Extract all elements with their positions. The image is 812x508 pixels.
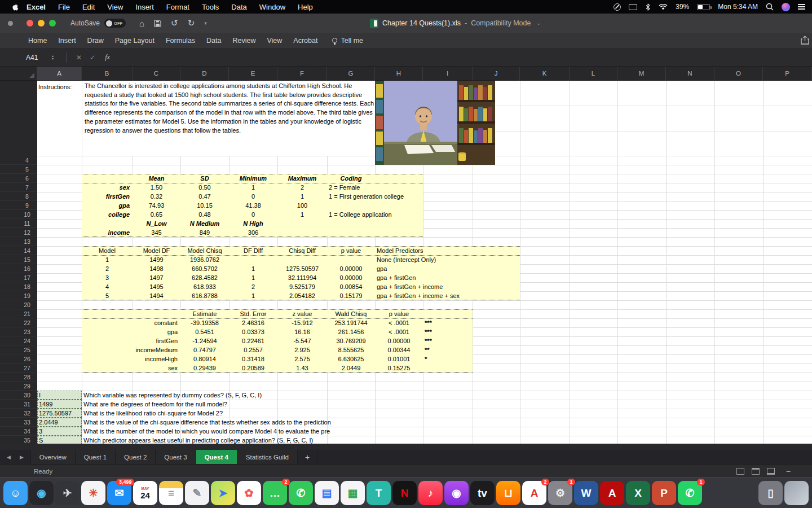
question-text-b30[interactable]: Which variable was represented by dummy … xyxy=(83,391,374,400)
dock-item-finder[interactable]: ☺ xyxy=(3,481,28,505)
dock-item-excel[interactable]: X xyxy=(626,481,650,505)
column-header-G[interactable]: G xyxy=(327,67,375,81)
cell-C18[interactable]: 1495 xyxy=(133,282,180,291)
desc-header-minimum[interactable]: Minimum xyxy=(229,174,277,183)
add-sheet-button[interactable]: + xyxy=(298,450,317,464)
cell-H25[interactable]: 0.00344 xyxy=(375,345,423,354)
cell-H26[interactable]: 0.01001 xyxy=(375,354,423,364)
est-param-incomemedium[interactable]: incomeMedium xyxy=(134,345,178,354)
wifi-icon[interactable] xyxy=(659,4,668,10)
cell-E17[interactable]: 1 xyxy=(229,273,277,282)
desc-var-sex[interactable]: sex xyxy=(83,183,130,192)
control-center-icon[interactable] xyxy=(798,4,805,10)
ribbon-tab-draw[interactable]: Draw xyxy=(82,33,109,48)
cell-H22[interactable]: < .0001 xyxy=(375,318,423,327)
zoom-out-button[interactable]: − xyxy=(786,467,791,476)
dock-item-acrobat[interactable]: A xyxy=(600,481,624,505)
column-header-J[interactable]: J xyxy=(473,67,520,81)
cell-D10[interactable]: 0.48 xyxy=(180,210,229,219)
row-header-23[interactable]: 23 xyxy=(0,327,37,336)
desc-coding-firstgen[interactable]: 1 = First generation college xyxy=(329,192,404,201)
cell-E12[interactable]: 306 xyxy=(229,228,277,237)
ribbon-tab-home[interactable]: Home xyxy=(23,33,52,48)
dock-item-messages[interactable]: …2 xyxy=(263,481,287,505)
cell-E8[interactable]: 0 xyxy=(229,192,277,201)
cell-G22[interactable]: 253.191744 xyxy=(327,318,375,327)
display-mirroring-icon[interactable] xyxy=(629,4,637,10)
name-box[interactable]: A41 xyxy=(26,54,52,62)
minimize-window-button[interactable] xyxy=(38,20,45,27)
redo-icon[interactable]: ↻ xyxy=(188,18,195,28)
cell-D18[interactable]: 618.933 xyxy=(180,282,229,291)
desc-var-gpa[interactable]: gpa xyxy=(83,201,130,210)
row-header-4[interactable]: 4 xyxy=(0,156,37,165)
row-header-33[interactable]: 33 xyxy=(0,418,37,427)
desc-income-header-1[interactable]: N Medium xyxy=(180,219,229,228)
cell-F24[interactable]: -5.547 xyxy=(277,336,327,345)
significance-stars-4[interactable]: * xyxy=(425,354,427,364)
dock-item-notes[interactable]: ≡ xyxy=(159,481,183,505)
cell-F16[interactable]: 1275.50597 xyxy=(277,264,327,273)
cell-D9[interactable]: 10.15 xyxy=(180,201,229,210)
menubar-clock[interactable]: Mon 5:34 AM xyxy=(718,3,758,11)
column-header-A[interactable]: A xyxy=(37,67,82,81)
answer-cell-a30[interactable] xyxy=(37,391,82,400)
autosave-toggle[interactable]: OFF xyxy=(104,19,126,28)
menu-data[interactable]: Data xyxy=(231,3,246,11)
model-header-p-value[interactable]: p value xyxy=(327,246,375,255)
column-header-K[interactable]: K xyxy=(520,67,570,81)
cell-D26[interactable]: 0.80914 xyxy=(180,354,229,364)
cell-E25[interactable]: 0.2557 xyxy=(229,345,277,354)
row-header-25[interactable]: 25 xyxy=(0,345,37,354)
formula-input[interactable] xyxy=(116,49,812,66)
undo-icon[interactable]: ↺ xyxy=(171,18,178,28)
row-header-17[interactable]: 17 xyxy=(0,273,37,282)
dock-item-podcasts[interactable]: ◉ xyxy=(444,481,469,505)
cell-E26[interactable]: 0.31418 xyxy=(229,354,277,364)
cell-E9[interactable]: 41.38 xyxy=(229,201,277,210)
row-header-16[interactable]: 16 xyxy=(0,264,37,273)
confirm-entry-icon[interactable]: ✓ xyxy=(90,54,95,62)
column-header-C[interactable]: C xyxy=(133,67,180,81)
row-header-35[interactable]: 35 xyxy=(0,436,37,444)
row-header-11[interactable]: 11 xyxy=(0,219,37,228)
cell-G25[interactable]: 8.555625 xyxy=(327,345,375,354)
cell-G18[interactable]: 0.00854 xyxy=(327,282,375,291)
answer-text-a30[interactable]: I xyxy=(39,391,41,400)
home-icon[interactable]: ⌂ xyxy=(139,19,144,28)
column-header-I[interactable]: I xyxy=(423,67,473,81)
est-param-constant[interactable]: constant xyxy=(134,318,178,327)
dock-item-photos[interactable]: ✿ xyxy=(237,481,261,505)
dock-item-whatsapp[interactable]: ✆1 xyxy=(678,481,702,505)
dock-item-netflix[interactable]: N xyxy=(392,481,417,505)
sheet-tab-quest-2[interactable]: Quest 2 xyxy=(116,450,156,464)
significance-stars-3[interactable]: ** xyxy=(425,345,430,354)
dock-item-trash[interactable]: ▯ xyxy=(758,481,783,505)
column-header-F[interactable]: F xyxy=(277,67,327,81)
column-header-D[interactable]: D xyxy=(180,67,229,81)
dock-item-charts[interactable]: ▦ xyxy=(341,481,365,505)
desc-var-income[interactable]: income xyxy=(83,228,130,237)
cell-G24[interactable]: 30.769209 xyxy=(327,336,375,345)
apple-menu-icon[interactable] xyxy=(11,3,19,11)
cell-C15[interactable]: 1499 xyxy=(133,255,180,264)
dock-item-facetime[interactable]: ✆ xyxy=(289,481,313,505)
cell-B16[interactable]: 2 xyxy=(82,264,133,273)
cell-F26[interactable]: 2.575 xyxy=(277,354,327,364)
est-header-wald-chisq[interactable]: Wald Chisq xyxy=(327,309,375,318)
model-header-model-df[interactable]: Model DF xyxy=(133,246,180,255)
menubar-app-name[interactable]: Excel xyxy=(27,3,46,11)
siri-icon[interactable] xyxy=(782,3,790,11)
dock-item-word[interactable]: W xyxy=(574,481,598,505)
menu-edit[interactable]: Edit xyxy=(82,3,95,11)
cell-B19[interactable]: 5 xyxy=(82,291,133,300)
cell-C8[interactable]: 0.32 xyxy=(133,192,180,201)
cell-E19[interactable]: 1 xyxy=(229,291,277,300)
cell-D15[interactable]: 1936.0762 xyxy=(180,255,229,264)
spotlight-search-icon[interactable] xyxy=(766,3,774,11)
cell-B17[interactable]: 3 xyxy=(82,273,133,282)
sheet-tab-overview[interactable]: Overview xyxy=(31,450,76,464)
prev-sheet-button[interactable]: ◀ xyxy=(7,454,11,460)
cell-B18[interactable]: 4 xyxy=(82,282,133,291)
cell-D17[interactable]: 628.4582 xyxy=(180,273,229,282)
